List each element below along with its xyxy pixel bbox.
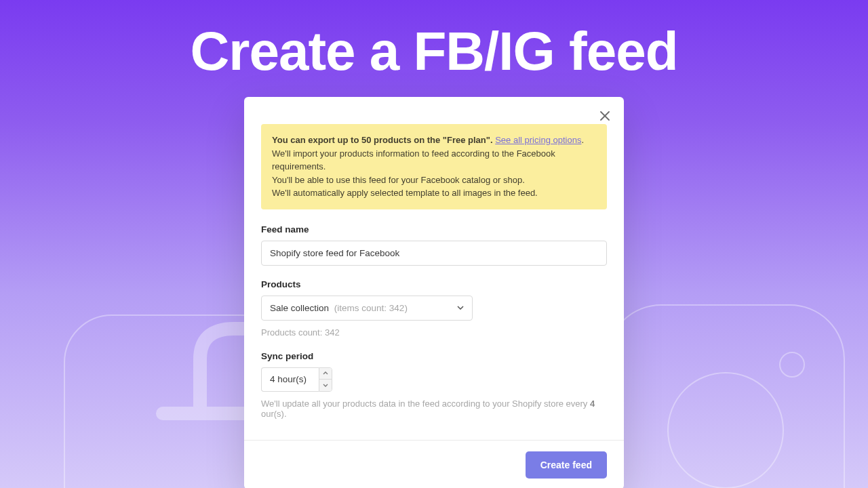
info-banner: You can export up to 50 products on the … — [261, 124, 607, 209]
svg-point-2 — [668, 373, 783, 488]
chevron-up-icon — [323, 371, 328, 375]
feed-name-input[interactable] — [261, 241, 607, 266]
create-feed-modal: You can export up to 50 products on the … — [244, 97, 624, 488]
sync-period-label: Sync period — [261, 351, 607, 361]
sync-period-input[interactable] — [261, 367, 319, 392]
products-count-helper: Products count: 342 — [261, 327, 607, 338]
page-title: Create a FB/IG feed — [0, 0, 868, 83]
banner-period: . — [581, 135, 584, 145]
stepper-up-button[interactable] — [319, 368, 332, 380]
products-select[interactable]: Sale collection (items count: 342) — [261, 296, 473, 321]
products-selected-name: Sale collection — [270, 303, 329, 313]
svg-rect-1 — [607, 305, 844, 488]
products-label: Products — [261, 279, 607, 289]
banner-line3: You'll be able to use this feed for your… — [272, 175, 525, 185]
sync-helper-text: We'll update all your products data in t… — [261, 399, 607, 419]
banner-line4: We'll automatically apply selected templ… — [272, 188, 538, 198]
chevron-down-icon — [323, 384, 328, 387]
sync-period-stepper — [319, 367, 332, 392]
modal-footer: Create feed — [244, 440, 624, 489]
banner-line2: We'll import your products information t… — [272, 148, 555, 172]
products-selected-detail: (items count: 342) — [334, 303, 408, 313]
pricing-link[interactable]: See all pricing options — [495, 135, 581, 145]
close-icon — [600, 111, 610, 121]
stepper-down-button[interactable] — [319, 380, 332, 391]
svg-point-3 — [780, 352, 804, 377]
chevron-down-icon — [457, 306, 464, 310]
banner-heading: You can export up to 50 products on the … — [272, 135, 493, 145]
feed-name-label: Feed name — [261, 224, 607, 235]
close-button[interactable] — [598, 109, 612, 123]
create-feed-button[interactable]: Create feed — [526, 451, 607, 479]
